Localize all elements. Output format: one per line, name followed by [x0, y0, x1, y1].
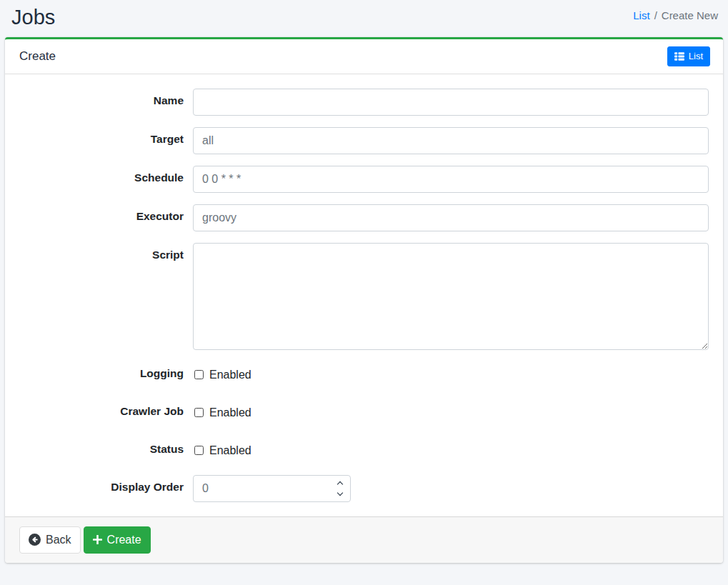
chevron-down-icon [337, 490, 343, 496]
form-row-script: Script [19, 243, 709, 350]
list-button[interactable]: List [667, 46, 710, 67]
list-button-label: List [689, 51, 703, 63]
create-button-label: Create [107, 532, 141, 548]
script-label: Script [19, 243, 193, 350]
breadcrumb-current: Create New [662, 9, 718, 21]
name-input[interactable] [193, 89, 709, 116]
form-row-name: Name [19, 89, 709, 116]
status-checkbox[interactable] [194, 446, 204, 455]
target-input[interactable] [193, 127, 709, 154]
target-label: Target [19, 127, 193, 154]
back-button[interactable]: Back [19, 526, 81, 554]
logging-label: Logging [19, 361, 193, 388]
card-footer: Back Create [5, 516, 723, 563]
executor-input[interactable] [193, 204, 709, 231]
status-label: Status [19, 437, 193, 464]
script-textarea[interactable] [193, 243, 709, 350]
display-order-label: Display Order [19, 475, 193, 502]
logging-checkbox[interactable] [194, 370, 204, 379]
create-job-form: Name Target Schedule Executor Script [5, 74, 723, 516]
crawler-job-checkbox[interactable] [194, 408, 204, 417]
form-row-logging: Logging Enabled [19, 361, 709, 388]
executor-label: Executor [19, 204, 193, 231]
arrow-circle-left-icon [29, 534, 41, 546]
form-row-schedule: Schedule [19, 166, 709, 193]
status-checkbox-label[interactable]: Enabled [209, 444, 251, 457]
form-row-crawler-job: Crawler Job Enabled [19, 399, 709, 426]
create-button[interactable]: Create [84, 526, 151, 554]
display-order-input[interactable] [193, 475, 351, 502]
name-label: Name [19, 89, 193, 116]
crawler-job-checkbox-label[interactable]: Enabled [209, 406, 251, 419]
number-spinner[interactable] [338, 482, 342, 495]
schedule-label: Schedule [19, 166, 193, 193]
content-header: Jobs List/Create New [0, 0, 728, 37]
breadcrumb-list-link[interactable]: List [633, 9, 649, 21]
th-list-icon [674, 52, 684, 61]
breadcrumb-separator: / [654, 9, 657, 21]
plus-icon [93, 535, 102, 544]
page-title: Jobs [11, 6, 55, 29]
breadcrumb: List/Create New [633, 9, 718, 21]
form-row-status: Status Enabled [19, 437, 709, 464]
form-row-target: Target [19, 127, 709, 154]
form-row-executor: Executor [19, 204, 709, 231]
crawler-job-label: Crawler Job [19, 399, 193, 426]
logging-checkbox-label[interactable]: Enabled [209, 369, 251, 381]
card-title: Create [19, 49, 56, 64]
chevron-up-icon [337, 481, 343, 487]
form-row-display-order: Display Order [19, 475, 709, 502]
back-button-label: Back [46, 532, 71, 548]
schedule-input[interactable] [193, 166, 709, 193]
create-job-card: Create List Name Target [5, 37, 723, 563]
card-header: Create List [5, 39, 723, 74]
